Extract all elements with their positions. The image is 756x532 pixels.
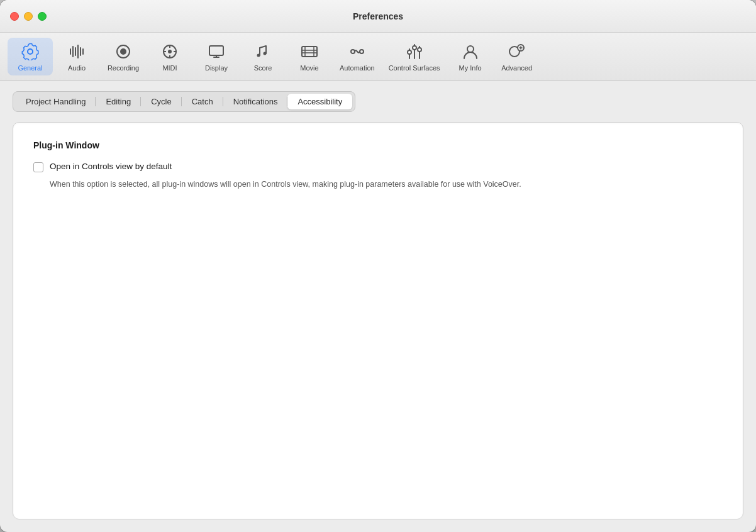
toolbar-label-recording: Recording bbox=[108, 64, 139, 72]
automation-icon bbox=[347, 42, 367, 62]
toolbar-item-general[interactable]: General bbox=[8, 38, 53, 75]
sub-tabs: Project Handling Editing Cycle Catch Not… bbox=[13, 91, 355, 112]
toolbar-label-display: Display bbox=[205, 64, 228, 72]
display-icon bbox=[206, 42, 226, 62]
checkbox-row-controls-view: Open in Controls view by default bbox=[33, 162, 723, 172]
toolbar-label-audio: Audio bbox=[68, 64, 86, 72]
title-bar: Preferences bbox=[0, 0, 756, 33]
window-controls bbox=[10, 12, 47, 21]
advanced-icon bbox=[507, 42, 527, 62]
content-area: Project Handling Editing Cycle Catch Not… bbox=[0, 81, 756, 532]
toolbar-label-my-info: My Info bbox=[459, 64, 482, 72]
toolbar-label-movie: Movie bbox=[300, 64, 318, 72]
subtab-notifications[interactable]: Notifications bbox=[223, 94, 288, 109]
minimize-button[interactable] bbox=[24, 12, 33, 21]
toolbar-label-score: Score bbox=[254, 64, 272, 72]
toolbar-label-general: General bbox=[18, 64, 42, 72]
subtab-project-handling[interactable]: Project Handling bbox=[16, 94, 96, 109]
section-title: Plug-in Window bbox=[33, 140, 723, 150]
window-title: Preferences bbox=[353, 11, 403, 21]
toolbar-item-midi[interactable]: MIDI bbox=[147, 38, 192, 75]
audio-icon bbox=[67, 42, 87, 62]
toolbar: General Audio Recording bbox=[0, 33, 756, 81]
close-button[interactable] bbox=[10, 12, 19, 21]
toolbar-item-automation[interactable]: Automation bbox=[333, 38, 381, 75]
svg-point-3 bbox=[168, 50, 172, 53]
svg-point-23 bbox=[413, 46, 416, 50]
recording-icon bbox=[113, 42, 133, 62]
toolbar-item-advanced[interactable]: Advanced bbox=[494, 38, 540, 75]
toolbar-label-advanced: Advanced bbox=[501, 64, 532, 72]
preferences-window: Preferences General Audio bbox=[0, 0, 756, 532]
maximize-button[interactable] bbox=[38, 12, 47, 21]
svg-point-26 bbox=[467, 46, 474, 52]
svg-rect-13 bbox=[302, 47, 317, 57]
description-text: When this option is selected, all plug-i… bbox=[50, 179, 584, 191]
toolbar-item-recording[interactable]: Recording bbox=[101, 38, 146, 75]
toolbar-item-display[interactable]: Display bbox=[194, 38, 239, 75]
subtab-catch[interactable]: Catch bbox=[182, 94, 223, 109]
subtab-accessibility[interactable]: Accessibility bbox=[287, 94, 352, 109]
open-controls-checkbox[interactable] bbox=[33, 162, 43, 172]
toolbar-label-automation: Automation bbox=[340, 64, 375, 72]
subtab-editing[interactable]: Editing bbox=[96, 94, 141, 109]
svg-point-12 bbox=[264, 52, 267, 55]
subtab-cycle[interactable]: Cycle bbox=[141, 94, 182, 109]
open-controls-label: Open in Controls view by default bbox=[50, 162, 172, 171]
toolbar-item-control-surfaces[interactable]: Control Surfaces bbox=[382, 38, 447, 75]
midi-icon bbox=[160, 42, 180, 62]
toolbar-item-score[interactable]: Score bbox=[240, 38, 286, 75]
svg-point-11 bbox=[257, 54, 260, 57]
my-info-icon bbox=[460, 42, 481, 62]
svg-point-1 bbox=[120, 48, 126, 55]
gear-icon bbox=[20, 42, 40, 62]
control-surfaces-icon bbox=[404, 42, 425, 62]
svg-point-25 bbox=[418, 48, 421, 52]
score-icon bbox=[253, 42, 273, 62]
svg-rect-8 bbox=[209, 46, 223, 55]
toolbar-label-control-surfaces: Control Surfaces bbox=[389, 64, 440, 72]
toolbar-item-audio[interactable]: Audio bbox=[54, 38, 99, 75]
toolbar-item-movie[interactable]: Movie bbox=[287, 38, 332, 75]
toolbar-item-my-info[interactable]: My Info bbox=[448, 38, 493, 75]
toolbar-label-midi: MIDI bbox=[162, 64, 177, 72]
movie-icon bbox=[299, 42, 320, 62]
accessibility-panel: Plug-in Window Open in Controls view by … bbox=[13, 122, 743, 519]
svg-point-24 bbox=[408, 50, 411, 54]
